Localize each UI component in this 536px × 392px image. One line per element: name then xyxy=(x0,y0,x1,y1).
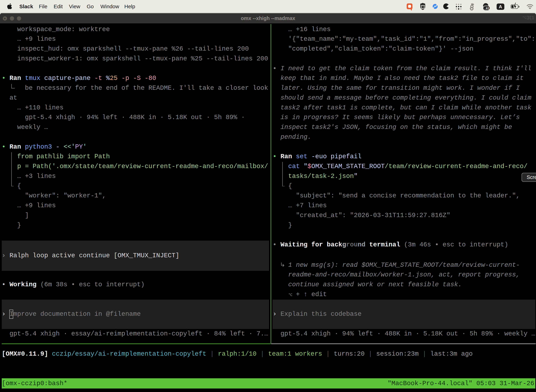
svg-text:..61: ..61 xyxy=(484,7,489,10)
